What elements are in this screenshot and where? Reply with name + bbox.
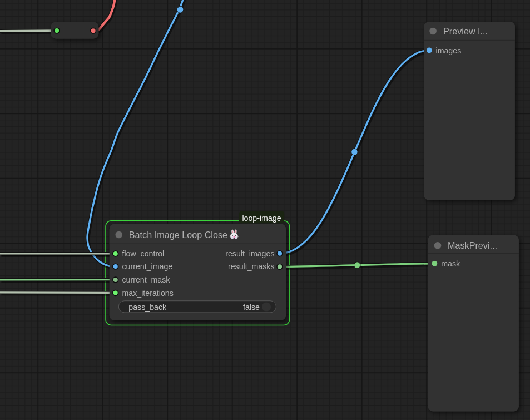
svg-text:images: images	[436, 46, 462, 55]
svg-text:result_images: result_images	[225, 249, 274, 258]
svg-text:result_masks: result_masks	[228, 262, 275, 271]
svg-text:MaskPrevi...: MaskPrevi...	[448, 240, 497, 250]
svg-text:loop-image: loop-image	[242, 214, 281, 223]
svg-text:mask: mask	[441, 259, 460, 268]
svg-text:current_image: current_image	[122, 262, 173, 271]
svg-text:false: false	[243, 303, 260, 312]
svg-text:pass_back: pass_back	[128, 303, 167, 312]
svg-text:Batch Image Loop Close: Batch Image Loop Close	[129, 230, 227, 240]
svg-text:flow_control: flow_control	[122, 249, 165, 258]
svg-text:max_iterations: max_iterations	[122, 289, 174, 298]
svg-text:current_mask: current_mask	[122, 275, 171, 284]
svg-text:Preview I...: Preview I...	[443, 26, 488, 36]
